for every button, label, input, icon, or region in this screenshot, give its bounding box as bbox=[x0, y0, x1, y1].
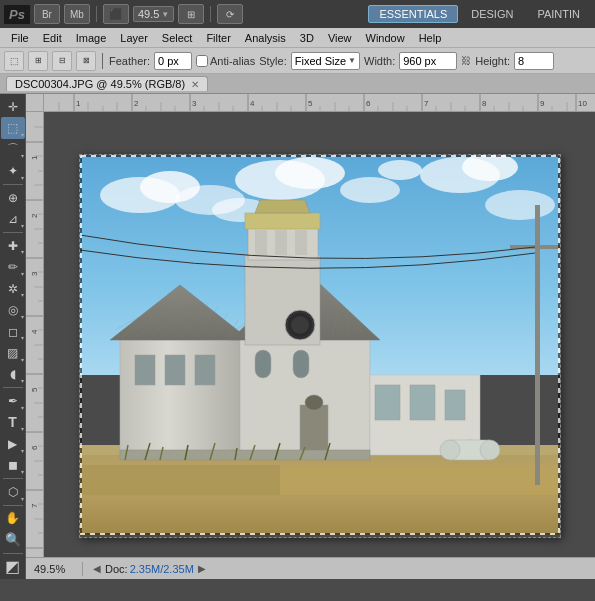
tool-move[interactable]: ✛ bbox=[1, 96, 25, 117]
menu-window[interactable]: Window bbox=[359, 31, 412, 45]
arrangement-button[interactable]: ⬛ bbox=[103, 4, 129, 24]
menu-3d[interactable]: 3D bbox=[293, 31, 321, 45]
tool-opt-2[interactable]: ⊟ bbox=[52, 51, 72, 71]
tool-eyedropper[interactable]: ⊿ ▾ bbox=[1, 208, 25, 229]
antialias-control[interactable]: Anti-alias bbox=[196, 55, 255, 67]
status-nav-prev[interactable]: ◀ bbox=[91, 563, 103, 574]
height-value[interactable] bbox=[518, 55, 543, 67]
style-select[interactable]: Fixed Size ▼ bbox=[291, 52, 360, 70]
3d-icon: ⬡ bbox=[8, 485, 18, 499]
tool-gradient[interactable]: ▨ ▾ bbox=[1, 342, 25, 363]
zoom-control[interactable]: 49.5 ▼ bbox=[133, 6, 174, 22]
status-nav-next[interactable]: ▶ bbox=[196, 563, 208, 574]
tool-fg-bg[interactable]: ◩ bbox=[1, 556, 25, 577]
tool-opt-1[interactable]: ⊞ bbox=[28, 51, 48, 71]
tool-crop[interactable]: ⊕ bbox=[1, 187, 25, 208]
width-label: Width: bbox=[364, 55, 395, 67]
tool-eraser[interactable]: ◻ ▾ bbox=[1, 321, 25, 342]
svg-rect-149 bbox=[445, 390, 465, 420]
tool-pen[interactable]: ✒ ▾ bbox=[1, 390, 25, 411]
tool-3d[interactable]: ⬡ ▾ bbox=[1, 481, 25, 502]
image-canvas[interactable] bbox=[79, 154, 561, 538]
opt-sep1 bbox=[102, 53, 103, 69]
feather-input[interactable] bbox=[154, 52, 192, 70]
menu-filter[interactable]: Filter bbox=[199, 31, 237, 45]
svg-text:6: 6 bbox=[366, 99, 371, 108]
menu-analysis[interactable]: Analysis bbox=[238, 31, 293, 45]
tool-marquee[interactable]: ⬚ ▾ bbox=[1, 117, 25, 138]
svg-text:10: 10 bbox=[578, 99, 587, 108]
zoom-arrow-down[interactable]: ▼ bbox=[161, 10, 169, 19]
pen-arrow: ▾ bbox=[21, 404, 24, 411]
tool-opt-3[interactable]: ⊠ bbox=[76, 51, 96, 71]
tool-hand[interactable]: ✋ bbox=[1, 508, 25, 529]
options-bar: ⬚ ⊞ ⊟ ⊠ Feather: Anti-alias Style: Fixed… bbox=[0, 48, 595, 74]
tool-brush[interactable]: ✏ ▾ bbox=[1, 256, 25, 277]
svg-text:1: 1 bbox=[30, 155, 39, 160]
svg-point-97 bbox=[340, 177, 400, 203]
menu-image[interactable]: Image bbox=[69, 31, 114, 45]
svg-text:4: 4 bbox=[250, 99, 255, 108]
svg-rect-148 bbox=[410, 385, 435, 420]
tab-essentials[interactable]: ESSENTIALS bbox=[368, 5, 458, 23]
feather-value[interactable] bbox=[158, 55, 188, 67]
tool-magic-wand[interactable]: ✦ ▾ bbox=[1, 160, 25, 181]
doc-tab[interactable]: DSC00304.JPG @ 49.5% (RGB/8) ✕ bbox=[6, 76, 208, 91]
tool-separator-1 bbox=[3, 184, 23, 185]
width-value[interactable] bbox=[403, 55, 453, 67]
svg-text:6: 6 bbox=[30, 445, 39, 450]
svg-rect-143 bbox=[293, 350, 309, 378]
tab-design[interactable]: DESIGN bbox=[460, 5, 524, 23]
marquee-icon: ⬚ bbox=[7, 121, 18, 135]
height-input[interactable] bbox=[514, 52, 554, 70]
antialias-checkbox[interactable] bbox=[196, 55, 208, 67]
tool-clone[interactable]: ✲ ▾ bbox=[1, 278, 25, 299]
menu-layer[interactable]: Layer bbox=[113, 31, 155, 45]
svg-text:5: 5 bbox=[308, 99, 313, 108]
tool-zoom[interactable]: 🔍 bbox=[1, 529, 25, 550]
history-icon: ◎ bbox=[8, 303, 18, 317]
canvas-area[interactable]: 1 2 3 4 5 6 7 8 9 10 bbox=[26, 94, 595, 579]
menu-file[interactable]: File bbox=[4, 31, 36, 45]
canvas-container[interactable] bbox=[44, 112, 595, 579]
status-zoom: 49.5% bbox=[34, 563, 74, 575]
view-options-button[interactable]: ⊞ bbox=[178, 4, 204, 24]
status-nav[interactable]: ◀ Doc: 2.35M/2.35M ▶ bbox=[91, 563, 208, 575]
shape-icon: ◼ bbox=[8, 458, 18, 472]
doc-tab-bar: DSC00304.JPG @ 49.5% (RGB/8) ✕ bbox=[0, 74, 595, 94]
menu-select[interactable]: Select bbox=[155, 31, 200, 45]
tool-shape[interactable]: ◼ ▾ bbox=[1, 455, 25, 476]
tool-path-select[interactable]: ▶ ▾ bbox=[1, 433, 25, 454]
tool-history[interactable]: ◎ ▾ bbox=[1, 299, 25, 320]
type-arrow: ▾ bbox=[21, 425, 24, 432]
separator2 bbox=[210, 6, 211, 22]
menu-help[interactable]: Help bbox=[412, 31, 449, 45]
tool-separator-3 bbox=[3, 387, 23, 388]
svg-text:1: 1 bbox=[76, 99, 81, 108]
rotate-button[interactable]: ⟳ bbox=[217, 4, 243, 24]
tool-separator-4 bbox=[3, 478, 23, 479]
tool-healing[interactable]: ✚ ▾ bbox=[1, 235, 25, 256]
doc-tab-close[interactable]: ✕ bbox=[191, 79, 199, 90]
ps-logo: Ps bbox=[4, 5, 30, 24]
tool-type[interactable]: T ▾ bbox=[1, 412, 25, 433]
path-select-arrow: ▾ bbox=[21, 447, 24, 454]
svg-rect-106 bbox=[280, 465, 560, 495]
tool-separator-6 bbox=[3, 553, 23, 554]
marquee-arrow: ▾ bbox=[21, 131, 24, 138]
tab-painting[interactable]: PAINTIN bbox=[526, 5, 591, 23]
width-input[interactable] bbox=[399, 52, 457, 70]
status-bar: 49.5% ◀ Doc: 2.35M/2.35M ▶ bbox=[26, 557, 595, 579]
healing-icon: ✚ bbox=[8, 239, 18, 253]
separator bbox=[96, 6, 97, 22]
mini-bridge-button[interactable]: Mb bbox=[64, 4, 90, 24]
bridge-button[interactable]: Br bbox=[34, 4, 60, 24]
zoom-tool-icon: 🔍 bbox=[5, 532, 21, 547]
tool-dodge[interactable]: ◖ ▾ bbox=[1, 364, 25, 385]
tool-lasso[interactable]: ⌒ ▾ bbox=[1, 139, 25, 160]
svg-point-152 bbox=[440, 440, 460, 460]
menu-edit[interactable]: Edit bbox=[36, 31, 69, 45]
antialias-label: Anti-alias bbox=[210, 55, 255, 67]
tool-preset-picker[interactable]: ⬚ bbox=[4, 51, 24, 71]
menu-view[interactable]: View bbox=[321, 31, 359, 45]
